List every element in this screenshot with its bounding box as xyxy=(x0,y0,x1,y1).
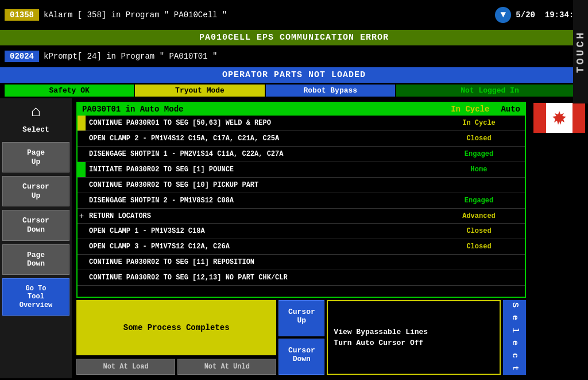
row-text: CONTINUE PA030R02 TO SEG [11] REPOSITION xyxy=(86,256,433,268)
table-row: + RETURN LOCATORS Advanced xyxy=(78,209,525,224)
program-rows: CONTINUE PA030R01 TO SEG [50,63] WELD & … xyxy=(78,116,525,286)
table-row: CONTINUE PA030R01 TO SEG [50,63] WELD & … xyxy=(78,116,525,131)
main-area: ⌂ Select PageUp CursorUp CursorDown Page… xyxy=(0,98,588,378)
top-bar: 01358 kAlarm [ 358] in Program " PA010Ce… xyxy=(0,0,588,30)
operator-banner: OPERATOR PARTS NOT LOADED xyxy=(0,67,588,83)
row-status xyxy=(433,260,525,264)
table-row: INITIATE PA030R02 TO SEG [1] POUNCE Home xyxy=(78,162,525,178)
row-text: DISENGAGE SHOTPIN 1 - PM2V1S14 C11A, C22… xyxy=(86,148,433,160)
row-text: CONTINUE PA030R01 TO SEG [50,63] WELD & … xyxy=(86,117,433,129)
row-indicator xyxy=(78,193,86,208)
row-text: INITIATE PA030R02 TO SEG [1] POUNCE xyxy=(86,164,433,175)
cursor-btns: CursorUp CursorDown xyxy=(278,300,324,375)
row-text: CONTINUE PA030R02 TO SEG [10] PICKUP PAR… xyxy=(86,179,433,191)
table-row: CONTINUE PA030R02 TO SEG [11] REPOSITION xyxy=(78,255,525,270)
eps-banner: PA010CELL EPS COMMUNICATION ERROR xyxy=(0,30,588,45)
touch-label: TOUCH xyxy=(573,0,588,103)
svg-rect-0 xyxy=(533,103,546,133)
row-indicator xyxy=(78,239,86,254)
down-icon: ▼ xyxy=(495,7,511,23)
bottom-section: Some Process Completes Not At Load Not A… xyxy=(76,300,526,375)
row-status: Home xyxy=(433,164,525,175)
row-text: OPEN CLAMP 2 - PM1V4S12 C15A, C17A, C21A… xyxy=(86,133,433,144)
row-status: Engaged xyxy=(433,148,525,160)
not-at-load-button[interactable]: Not At Load xyxy=(76,359,175,375)
prompt-id: 02024 xyxy=(5,51,39,62)
table-row: OPEN CLAMP 3 - PM1V7S12 C12A, C26A Close… xyxy=(78,239,525,255)
page-down-button[interactable]: PageDown xyxy=(2,244,69,275)
cursor-up-button[interactable]: CursorUp xyxy=(2,176,69,206)
select-right-button[interactable]: S e l e c t xyxy=(503,300,526,375)
row-text: DISENGAGE SHOTPIN 2 - PM1V8S12 C08A xyxy=(86,195,433,206)
cursor-down-button[interactable]: CursorDown xyxy=(2,210,69,240)
table-row: DISENGAGE SHOTPIN 2 - PM1V8S12 C08A Enga… xyxy=(78,193,525,209)
alarm-text: kAlarm [ 358] in Program " PA010Cell " xyxy=(44,10,490,20)
status-robot: Robot Bypass xyxy=(266,85,395,97)
left-nav: ⌂ Select PageUp CursorUp CursorDown Page… xyxy=(0,98,72,378)
process-completes: Some Process Completes xyxy=(76,300,276,355)
row-status: Closed xyxy=(433,133,525,144)
plus-marker: + xyxy=(78,212,86,221)
prompt-bar: 02024 kPrompt[ 24] in Program " PA010T01… xyxy=(0,45,588,67)
row-text: CONTINUE PA030R02 TO SEG [12,13] NO PART… xyxy=(86,272,433,283)
row-indicator xyxy=(78,147,86,162)
not-at-unld-button[interactable]: Not At Unld xyxy=(177,359,276,375)
prompt-text: kPrompt[ 24] in Program " PA010T01 " xyxy=(44,52,217,61)
go-to-tool-button[interactable]: Go ToToolOverview xyxy=(2,278,69,316)
alarm-id: 01358 xyxy=(5,9,39,21)
row-text: RETURN LOCATORS xyxy=(86,210,433,222)
right-panel xyxy=(531,98,588,378)
row-indicator xyxy=(78,178,86,193)
row-status: Closed xyxy=(433,241,525,252)
row-indicator xyxy=(78,255,86,270)
row-status xyxy=(433,276,525,279)
flag-icon xyxy=(533,103,585,133)
table-row: OPEN CLAMP 2 - PM1V4S12 C15A, C17A, C21A… xyxy=(78,131,525,147)
table-row: CONTINUE PA030R02 TO SEG [12,13] NO PART… xyxy=(78,270,525,286)
row-status: Advanced xyxy=(433,210,525,222)
row-indicator xyxy=(78,162,86,177)
program-table: PA030T01 in Auto Mode In Cycle Auto CONT… xyxy=(76,102,526,298)
header-auto: Auto xyxy=(501,105,520,114)
table-row: DISENGAGE SHOTPIN 1 - PM2V1S14 C11A, C22… xyxy=(78,147,525,162)
bypassable-line2: Turn Auto Cursor Off xyxy=(334,339,494,347)
content-area: PA030T01 in Auto Mode In Cycle Auto CONT… xyxy=(72,98,531,378)
header-in-cycle: In Cycle xyxy=(451,105,489,114)
status-logged: Not Logged In xyxy=(396,85,583,97)
select-label: Select xyxy=(22,125,49,134)
row-status: Engaged xyxy=(433,195,525,206)
bypassable-box: View Bypassable Lines Turn Auto Cursor O… xyxy=(327,300,501,375)
not-at-row: Not At Load Not At Unld xyxy=(76,359,276,375)
row-status xyxy=(433,183,525,187)
row-indicator xyxy=(78,131,86,146)
status-bar: Safety OK Tryout Mode Robot Bypass Not L… xyxy=(0,83,588,98)
svg-rect-2 xyxy=(572,103,585,133)
bottom-cursor-down-button[interactable]: CursorDown xyxy=(278,339,324,375)
table-row: OPEN CLAMP 1 - PM1V3S12 C18A Closed xyxy=(78,224,525,239)
bypassable-line1: View Bypassable Lines xyxy=(334,328,494,336)
bottom-cursor-up-button[interactable]: CursorUp xyxy=(278,300,324,336)
status-tryout: Tryout Mode xyxy=(135,85,264,97)
page-up-button[interactable]: PageUp xyxy=(2,142,69,172)
home-icon: ⌂ xyxy=(31,103,41,121)
row-text: OPEN CLAMP 1 - PM1V3S12 C18A xyxy=(86,225,433,237)
row-status: Closed xyxy=(433,225,525,237)
row-text: OPEN CLAMP 3 - PM1V7S12 C12A, C26A xyxy=(86,241,433,252)
program-title: PA030T01 in Auto Mode xyxy=(82,105,183,114)
row-status: In Cycle xyxy=(433,117,525,129)
program-header: PA030T01 in Auto Mode In Cycle Auto xyxy=(78,103,525,116)
row-indicator xyxy=(78,224,86,239)
row-indicator xyxy=(78,270,86,285)
row-indicator xyxy=(78,116,86,130)
table-row: CONTINUE PA030R02 TO SEG [10] PICKUP PAR… xyxy=(78,178,525,193)
status-safety: Safety OK xyxy=(5,85,134,97)
